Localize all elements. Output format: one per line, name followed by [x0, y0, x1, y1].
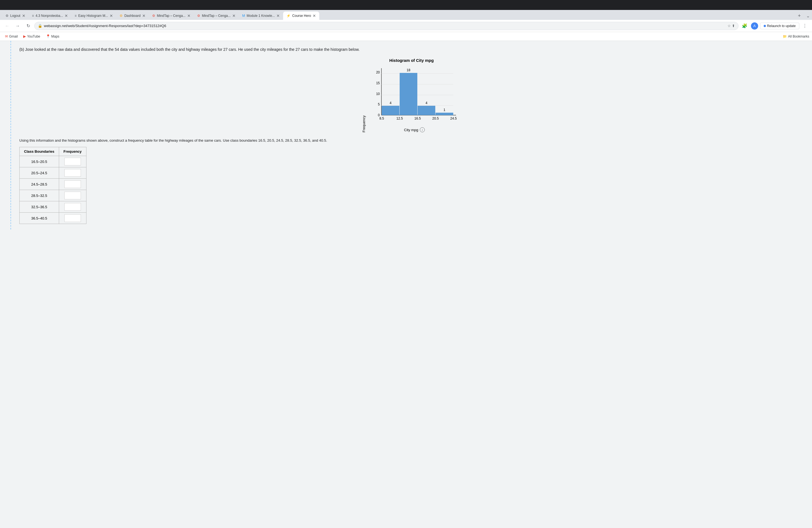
table-row-5: 36.5–40.5 [19, 212, 86, 224]
frequency-input-5[interactable] [64, 214, 81, 222]
y-axis-label: Frequency [362, 115, 366, 132]
frequency-cell-2 [59, 179, 86, 190]
tab-icon-mindtap2: ⚙ [197, 14, 200, 18]
svg-text:4: 4 [389, 101, 391, 105]
frequency-cell-4 [59, 201, 86, 212]
bar-4 [436, 113, 453, 115]
all-bookmarks[interactable]: 📁 All Bookmarks [783, 34, 809, 39]
svg-text:18: 18 [407, 68, 410, 72]
tab-icon-coursehero: ⚡ [286, 14, 291, 18]
tab-logout[interactable]: ⚙ Logout ✕ [2, 12, 29, 20]
boundary-cell-3: 28.5–32.5 [19, 190, 59, 201]
histogram-container: Histogram of City mpg Frequency 0 5 10 1… [19, 58, 804, 132]
tab-close-module1[interactable]: ✕ [276, 14, 280, 18]
address-actions: ☆ ⬆ [727, 24, 735, 28]
svg-text:1: 1 [443, 108, 445, 112]
share-icon[interactable]: ⬆ [732, 24, 735, 28]
svg-text:15: 15 [376, 81, 380, 85]
tab-bar: ⚙ Logout ✕ ≡ 4.3 Nonproteoba... ✕ ≡ Easy… [0, 10, 812, 20]
tab-easyhistogram[interactable]: ≡ Easy Histogram M... ✕ [71, 12, 116, 20]
lock-icon: 🔒 [38, 24, 42, 28]
svg-text:16.5: 16.5 [414, 117, 421, 120]
bookmark-youtube[interactable]: ▶ YouTube [21, 33, 42, 39]
tab-close-dashboard[interactable]: ✕ [142, 14, 146, 18]
relaunch-dot [764, 25, 766, 27]
frequency-input-3[interactable] [64, 192, 81, 200]
address-bar[interactable]: 🔒 webassign.net/web/Student/Assignment-R… [34, 22, 739, 30]
bar-2 [400, 73, 417, 115]
table-header-boundaries: Class Boundaries [19, 147, 59, 156]
instruction-text: Using this information and the histogram… [19, 138, 804, 144]
bookmark-maps[interactable]: 📍 Maps [44, 33, 62, 39]
tab-expand-button[interactable]: ⌄ [804, 12, 812, 20]
bookmark-maps-label: Maps [52, 34, 59, 39]
relaunch-button[interactable]: Relaunch to update [760, 23, 799, 29]
table-row-1: 20.5–24.5 [19, 167, 86, 179]
frequency-input-1[interactable] [64, 169, 81, 177]
back-button[interactable]: ← [3, 21, 12, 30]
tab-mindtap1[interactable]: ⚙ MindTap – Cenga... ✕ [149, 12, 194, 20]
bookmark-gmail-label: Gmail [9, 34, 18, 39]
tab-module1[interactable]: M Module 1 Knowle... ✕ [239, 12, 283, 20]
bookmark-star-icon[interactable]: ☆ [727, 24, 731, 28]
x-axis-label-text: City mpg [404, 128, 418, 132]
new-tab-button[interactable]: + [795, 12, 804, 20]
tab-nonproteoba[interactable]: ≡ 4.3 Nonproteoba... ✕ [29, 12, 71, 20]
tab-close-mindtap2[interactable]: ✕ [232, 14, 236, 18]
extensions-button[interactable]: 🧩 [740, 21, 749, 30]
frequency-input-0[interactable] [64, 158, 81, 165]
youtube-icon: ▶ [23, 34, 26, 39]
frequency-input-2[interactable] [64, 180, 81, 188]
menu-button[interactable]: ⋮ [800, 21, 809, 30]
tab-mindtap2[interactable]: ⚙ MindTap – Cenga... ✕ [194, 12, 239, 20]
profile-button[interactable]: A [750, 21, 759, 30]
tab-close-easyhistogram[interactable]: ✕ [110, 14, 113, 18]
boundary-cell-0: 16.5–20.5 [19, 156, 59, 167]
bookmarks-folder-icon: 📁 [783, 34, 787, 39]
frequency-input-4[interactable] [64, 203, 81, 211]
bookmark-youtube-label: YouTube [27, 34, 40, 39]
svg-text:10: 10 [376, 92, 380, 96]
tab-icon-easyhistogram: ≡ [75, 14, 76, 18]
tab-close-coursehero[interactable]: ✕ [313, 14, 316, 18]
frequency-table: Class Boundaries Frequency 16.5–20.5 20.… [19, 147, 86, 224]
info-icon[interactable]: i [420, 127, 425, 132]
gmail-icon: ✉ [5, 34, 8, 39]
tab-label-coursehero: Course Hero [292, 14, 311, 18]
tab-coursehero[interactable]: ⚡ Course Hero ✕ [283, 12, 319, 20]
table-row-4: 32.5–36.5 [19, 201, 86, 212]
tab-icon-mindtap1: ⚙ [152, 14, 155, 18]
forward-button[interactable]: → [13, 21, 22, 30]
left-border-decoration [0, 41, 11, 230]
frequency-cell-3 [59, 190, 86, 201]
svg-text:20: 20 [376, 70, 380, 74]
frequency-cell-5 [59, 212, 86, 224]
boundary-cell-1: 20.5–24.5 [19, 167, 59, 179]
svg-text:24.5: 24.5 [450, 117, 457, 120]
tab-dashboard[interactable]: ⚙ Dashboard ✕ [116, 12, 149, 20]
reload-button[interactable]: ↻ [24, 21, 33, 30]
all-bookmarks-label: All Bookmarks [788, 34, 809, 39]
tab-close-mindtap1[interactable]: ✕ [187, 14, 191, 18]
main-content: (b) Jose looked at the raw data and disc… [11, 41, 812, 230]
table-row-2: 24.5–28.5 [19, 179, 86, 190]
nav-right: 🧩 A Relaunch to update ⋮ [740, 21, 809, 30]
tab-close-nonproteoba[interactable]: ✕ [64, 14, 68, 18]
svg-text:5: 5 [378, 102, 380, 106]
bookmark-gmail[interactable]: ✉ Gmail [3, 33, 20, 39]
part-b-text: (b) Jose looked at the raw data and disc… [19, 46, 804, 53]
bar-3 [418, 106, 435, 115]
table-header-frequency: Frequency [59, 147, 86, 156]
histogram-area: Frequency 0 5 10 15 20 [362, 65, 462, 132]
tab-icon-module1: M [242, 14, 245, 18]
frequency-cell-1 [59, 167, 86, 179]
bar-1 [382, 106, 400, 115]
tab-label-dashboard: Dashboard [124, 14, 141, 18]
boundary-cell-5: 36.5–40.5 [19, 212, 59, 224]
svg-text:4: 4 [425, 101, 427, 105]
maps-icon: 📍 [46, 34, 50, 39]
tab-icon-logout: ⚙ [5, 14, 9, 18]
boundary-cell-2: 24.5–28.5 [19, 179, 59, 190]
tab-label-mindtap1: MindTap – Cenga... [157, 14, 186, 18]
tab-close-logout[interactable]: ✕ [22, 14, 25, 18]
